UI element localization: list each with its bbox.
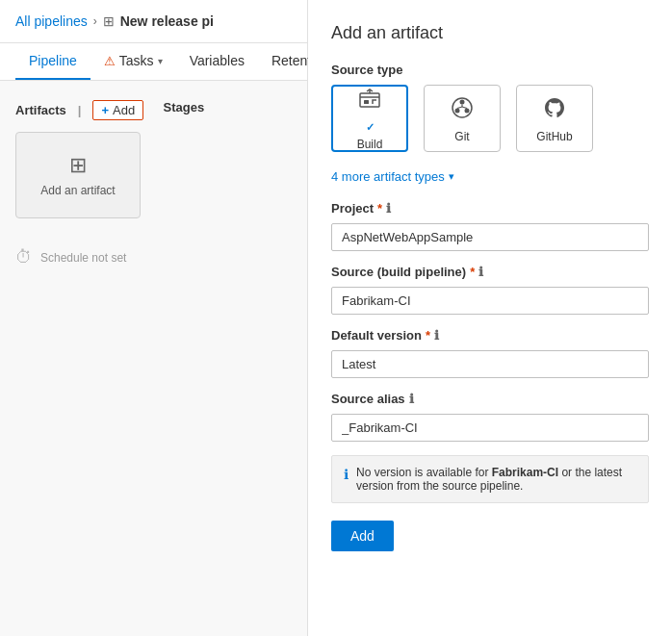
project-info-icon[interactable]: ℹ	[386, 201, 391, 216]
default-version-required-marker: *	[426, 328, 430, 343]
default-version-label-text: Default version	[331, 328, 422, 343]
default-version-field-label: Default version * ℹ	[331, 328, 649, 343]
project-label-text: Project	[331, 201, 374, 216]
tab-tasks[interactable]: ⚠ Tasks ▾	[90, 43, 176, 80]
info-box-icon: ℹ	[344, 467, 349, 482]
source-pipeline-field-label: Source (build pipeline) * ℹ	[331, 265, 649, 279]
schedule-label: Schedule not set	[40, 251, 126, 265]
git-icon	[449, 94, 476, 126]
artifacts-divider: |	[78, 103, 82, 117]
plus-icon: +	[101, 103, 109, 117]
git-label: Git	[454, 130, 469, 143]
artifacts-header: Artifacts | + Add	[15, 100, 144, 120]
add-label: Add	[113, 103, 135, 117]
svg-line-10	[462, 107, 467, 109]
tab-pipeline-label: Pipeline	[29, 53, 77, 68]
svg-point-5	[460, 99, 465, 104]
source-type-github[interactable]: GitHub	[516, 85, 593, 152]
artifacts-section: Artifacts | + Add ⊞ Add an artifact ⏱ Sc…	[15, 100, 144, 267]
svg-point-7	[465, 108, 470, 113]
tab-variables[interactable]: Variables	[176, 43, 258, 80]
all-pipelines-link[interactable]: All pipelines	[15, 13, 88, 29]
build-label: Build	[357, 138, 383, 151]
source-alias-info-icon[interactable]: ℹ	[409, 392, 414, 406]
source-type-build[interactable]: ✓ Build	[331, 85, 408, 152]
pipeline-canvas: Artifacts | + Add ⊞ Add an artifact ⏱ Sc…	[0, 81, 307, 636]
build-icon	[356, 86, 383, 117]
canvas-sections: Artifacts | + Add ⊞ Add an artifact ⏱ Sc…	[15, 100, 292, 267]
tasks-warning-icon: ⚠	[104, 54, 116, 68]
github-icon	[541, 94, 568, 126]
breadcrumb: All pipelines › ⊞ New release pi	[0, 0, 307, 43]
pipeline-type-icon: ⊞	[103, 13, 115, 29]
source-alias-input[interactable]	[331, 414, 649, 442]
left-panel: All pipelines › ⊞ New release pi Pipelin…	[0, 0, 308, 636]
source-alias-label-text: Source alias	[331, 392, 405, 406]
build-check-icon: ✓	[366, 121, 375, 134]
svg-line-9	[457, 107, 462, 109]
pipeline-name: New release pi	[120, 13, 214, 29]
info-box: ℹ No version is available for Fabrikam-C…	[331, 455, 649, 503]
project-required-marker: *	[377, 201, 382, 216]
source-type-label: Source type	[331, 63, 649, 77]
source-pipeline-input[interactable]	[331, 287, 649, 315]
panel-title: Add an artifact	[331, 23, 649, 43]
stages-header: Stages	[164, 100, 293, 114]
more-types-chevron-icon: ▾	[449, 170, 454, 183]
tasks-chevron-icon: ▾	[158, 56, 163, 66]
schedule-box[interactable]: ⏱ Schedule not set	[15, 247, 144, 267]
github-label: GitHub	[536, 130, 572, 143]
stages-label: Stages	[164, 100, 205, 114]
source-alias-field-label: Source alias ℹ	[331, 392, 649, 406]
breadcrumb-chevron: ›	[93, 14, 97, 28]
artifact-card-label: Add an artifact	[40, 184, 115, 197]
add-artifact-card[interactable]: ⊞ Add an artifact	[15, 132, 141, 218]
source-pipeline-label-text: Source (build pipeline)	[331, 265, 466, 279]
right-panel: Add an artifact Source type ✓ Build	[308, 0, 672, 636]
project-field-label: Project * ℹ	[331, 201, 649, 216]
nav-tabs: Pipeline ⚠ Tasks ▾ Variables Retention	[0, 43, 307, 81]
tab-variables-label: Variables	[190, 53, 245, 68]
stages-section: Stages	[164, 100, 293, 267]
project-input[interactable]	[331, 223, 649, 251]
default-version-info-icon[interactable]: ℹ	[434, 328, 439, 343]
source-type-row: ✓ Build Git	[331, 85, 649, 152]
source-pipeline-required-marker: *	[470, 265, 475, 279]
artifact-card-icon: ⊞	[69, 153, 87, 178]
info-box-text: No version is available for Fabrikam-CI …	[356, 466, 636, 493]
add-artifact-submit-button[interactable]: Add	[331, 521, 394, 551]
more-types-link[interactable]: 4 more artifact types ▾	[331, 169, 649, 184]
default-version-input[interactable]	[331, 350, 649, 378]
svg-rect-2	[364, 100, 369, 104]
tab-pipeline[interactable]: Pipeline	[15, 43, 90, 80]
tab-tasks-label: Tasks	[119, 53, 154, 68]
svg-point-6	[455, 108, 460, 113]
source-pipeline-info-icon[interactable]: ℹ	[478, 265, 483, 279]
clock-icon: ⏱	[15, 247, 33, 267]
source-type-git[interactable]: Git	[424, 85, 501, 152]
add-artifact-button[interactable]: + Add	[92, 100, 143, 120]
more-types-text: 4 more artifact types	[331, 169, 445, 184]
artifacts-label: Artifacts	[15, 103, 66, 117]
